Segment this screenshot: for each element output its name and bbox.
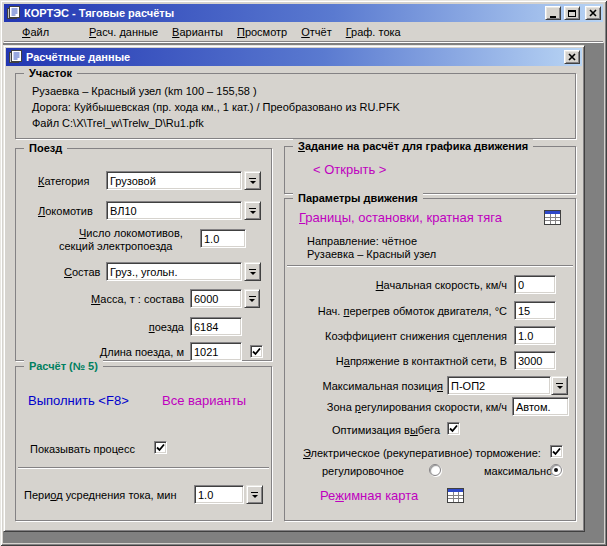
locomotive-dropdown-button[interactable] — [244, 201, 261, 220]
menu-report[interactable]: Отчёт — [294, 24, 339, 40]
main-titlebar: КОРТЭС - Тяговые расчёты — [4, 4, 603, 22]
current-period-label: Период усреднения тока, мин — [24, 489, 176, 502]
voltage-label: Напряжение в контактной сети, В — [285, 355, 507, 368]
app-icon — [6, 6, 21, 20]
main-window-title: КОРТЭС - Тяговые расчёты — [24, 7, 542, 19]
sostav-combo[interactable]: Груз., угольн. — [106, 262, 242, 281]
dialog-client: Участок Рузаевка – Красный узел (km 100 … — [6, 67, 582, 529]
max-position-label: Максимальная позиция — [285, 380, 443, 393]
dialog-titlebar: Расчётные данные — [6, 48, 582, 66]
mass-dropdown-button[interactable] — [244, 289, 260, 308]
menu-variants[interactable]: Варианты — [165, 24, 230, 40]
locomotive-combo[interactable]: ВЛ10 — [106, 201, 242, 220]
group-uchastok: Участок Рузаевка – Красный узел (km 100 … — [15, 73, 576, 139]
all-variants-link[interactable]: Все варианты — [162, 393, 246, 408]
mode-map-link[interactable]: Режимная карта — [320, 488, 418, 503]
adhesion-input[interactable]: 1.0 — [514, 326, 556, 345]
borders-table-icon[interactable] — [544, 210, 561, 225]
main-window: КОРТЭС - Тяговые расчёты Файл Расч. данн… — [0, 0, 607, 546]
electric-braking-label: Электрическое (рекуперативное) торможени… — [303, 447, 541, 460]
start-speed-input[interactable]: 0 — [514, 275, 556, 294]
mode-map-table-icon[interactable] — [447, 488, 464, 503]
coasting-label: Оптимизация выбега — [285, 424, 440, 437]
open-task-link[interactable]: < Открыть > — [313, 162, 386, 177]
current-period-dropdown-button[interactable] — [246, 485, 263, 504]
mdi-area: Расчётные данные Участок Рузаевка – Крас… — [3, 43, 604, 543]
mass-poezd-label: поезда — [36, 321, 184, 334]
menu-bar: Файл Расч. данные Варианты Просмотр Отчё… — [4, 23, 603, 42]
speed-zone-input[interactable]: Автом. — [512, 397, 569, 416]
adhesion-label: Коэффициент снижения сцепления — [285, 330, 507, 343]
group-params-title: Параметры движения — [293, 191, 423, 205]
minimize-button[interactable] — [545, 6, 561, 20]
group-zadanie: Задание на расчёт для графика движения <… — [284, 146, 576, 194]
sostav-dropdown-button[interactable] — [244, 262, 261, 281]
train-length-input[interactable]: 1021 — [190, 342, 242, 361]
menu-view[interactable]: Просмотр — [230, 24, 294, 40]
route-label: Рузаевка – Красный узел — [307, 248, 436, 261]
dialog-title: Расчётные данные — [26, 51, 561, 63]
group-uchastok-title: Участок — [24, 66, 77, 80]
uchastok-road: Дорога: Куйбышевская (пр. хода км., 1 ка… — [32, 101, 400, 114]
show-process-label: Показывать процесс — [30, 443, 135, 456]
group-poezd-title: Поезд — [24, 141, 67, 155]
menu-file[interactable]: Файл — [15, 24, 56, 40]
current-period-input[interactable]: 1.0 — [194, 485, 244, 504]
run-calculation-link[interactable]: Выполнить <F8> — [28, 393, 129, 408]
uchastok-route: Рузаевка – Красный узел (km 100 – 155,58… — [32, 85, 257, 98]
loco-count-input[interactable]: 1.0 — [200, 229, 246, 248]
loco-count-label-line1: Число локомотивов, — [79, 227, 183, 240]
group-raschet-title: Расчёт (№ 5) — [24, 359, 103, 373]
max-position-dropdown-button[interactable] — [551, 376, 568, 395]
direction-label: Направление: чётное — [307, 235, 417, 248]
train-length-label: Длина поезда, м — [36, 346, 184, 359]
category-combo[interactable]: Грузовой — [106, 171, 242, 190]
sostav-label: Состав — [64, 266, 100, 279]
loco-count-label-line2: секций электропоезда — [59, 240, 172, 253]
mass-sostav-input[interactable]: 6000 — [190, 289, 242, 308]
dialog-close-button[interactable] — [564, 50, 580, 64]
brake-reg-radio[interactable] — [429, 464, 441, 476]
group-raschet: Расчёт (№ 5) Выполнить <F8> Все варианты… — [15, 366, 272, 521]
max-position-combo[interactable]: П-ОП2 — [447, 376, 551, 395]
overheat-label: Нач. перегрев обмоток двигателя, °С — [285, 305, 507, 318]
brake-max-radio[interactable] — [550, 464, 562, 476]
speed-zone-label: Зона регулирования скорости, км/ч — [285, 401, 507, 414]
params-divider — [287, 265, 573, 266]
maximize-button[interactable] — [564, 6, 580, 20]
dialog-icon — [8, 50, 23, 64]
mass-poezd-input[interactable]: 6184 — [190, 317, 242, 336]
brake-max-label: максимальное — [484, 465, 558, 478]
menu-calc-data[interactable]: Расч. данные — [82, 24, 165, 40]
mass-sostav-label: Масса, т : состава — [36, 293, 184, 306]
raschet-divider — [18, 467, 269, 468]
coasting-checkbox[interactable] — [447, 422, 460, 435]
locomotive-label: Локомотив — [38, 205, 93, 218]
close-button[interactable] — [585, 6, 601, 20]
dialog-window: Расчётные данные Участок Рузаевка – Крас… — [3, 45, 585, 532]
overheat-input[interactable]: 15 — [514, 301, 556, 320]
brake-reg-label: регулировочное — [322, 465, 404, 478]
uchastok-file: Файл C:\X\Trel_w\Trelw_D\Ru1.pfk — [32, 117, 204, 130]
group-poezd: Поезд Категория Грузовой Локомотив ВЛ10 … — [15, 148, 272, 361]
start-speed-label: Начальная скорость, км/ч — [285, 279, 507, 292]
group-zadanie-title: Задание на расчёт для графика движения — [293, 139, 533, 153]
show-process-checkbox[interactable] — [154, 441, 167, 454]
train-length-checkbox[interactable] — [250, 345, 263, 358]
borders-stops-link[interactable]: Границы, остановки, кратная тяга — [299, 210, 502, 225]
electric-braking-checkbox[interactable] — [550, 445, 563, 458]
group-params: Параметры движения Границы, остановки, к… — [284, 198, 576, 521]
category-dropdown-button[interactable] — [244, 171, 261, 190]
menu-current-graph[interactable]: Граф. тока — [339, 24, 408, 40]
category-label: Категория — [38, 175, 89, 188]
voltage-input[interactable]: 3000 — [514, 351, 556, 370]
